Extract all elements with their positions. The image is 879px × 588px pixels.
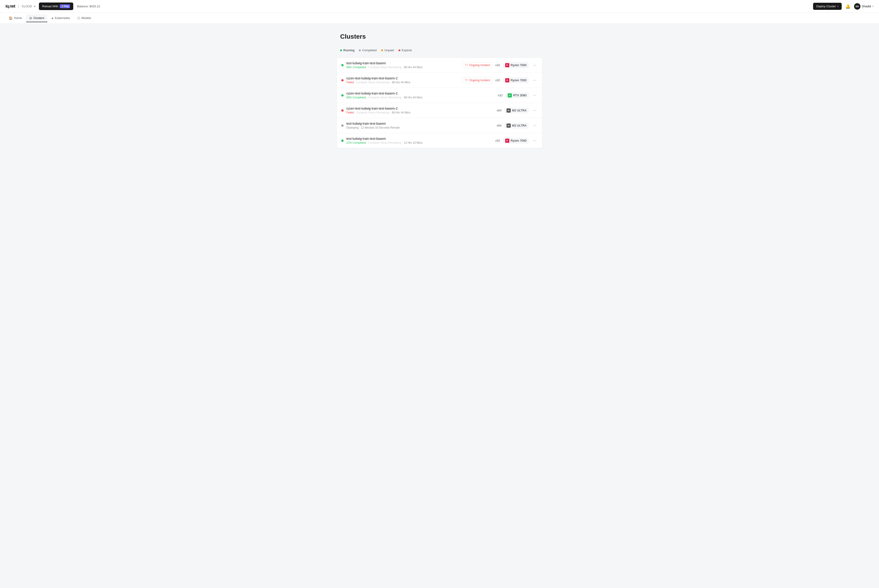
gpu-count: x64 (497, 124, 502, 127)
gpu-name: Ryzen 7000 (511, 139, 526, 142)
nav-label-clusters: Clusters (33, 16, 44, 20)
page-title: Clusters (337, 33, 542, 40)
cluster-info: ryzen-test-ludwig-train-test-basem-2 88%… (346, 92, 422, 99)
nav-label-models: Models (81, 16, 91, 20)
gpu-badge: M M2 ULTRA (504, 123, 529, 129)
gpu-count: x32 (495, 78, 500, 82)
cluster-name: ryzen-test-ludwig-train-test-basem-2 (346, 106, 410, 110)
filter-tabs: Running Completed Unpaid Expired (337, 48, 542, 53)
expired-dot (398, 50, 400, 51)
logo-icon: iq.net (6, 4, 15, 9)
incident-icon: 🛡 (465, 63, 468, 67)
cluster-right: x32 R Ryzen 7000 ··· (495, 137, 538, 144)
filter-label-completed: Completed (362, 48, 377, 52)
status-dot (341, 64, 344, 66)
cluster-info: test-ludwig-train-test-basem 88% Complet… (346, 62, 422, 69)
logo-chevron-icon[interactable]: ▾ (34, 5, 35, 8)
cluster-row[interactable]: test-ludwig-train-test-basem Deploying ·… (337, 118, 542, 133)
cluster-info: ryzen-test-ludwig-train-test-basem-2 Fai… (346, 106, 410, 114)
header-left: iq.net | CLOUD ▾ Reload With ⚡Pay Balanc… (6, 3, 100, 10)
nav-label-home: Home (14, 16, 22, 20)
unpaid-dot (381, 50, 383, 51)
gpu-name: Ryzen 7000 (511, 78, 526, 82)
kubernetes-icon: ⎈ (51, 16, 53, 20)
incident-label: Ongoing Incident (469, 64, 490, 67)
cluster-time: 68 Hrs 44 Mins (392, 111, 410, 114)
nav-item-models[interactable]: ⬡ Models (74, 14, 94, 22)
filter-tab-running[interactable]: Running (340, 48, 355, 53)
cluster-left: ryzen-test-ludwig-train-test-basem-2 88%… (341, 92, 422, 99)
gpu-badge: N RTX 3080 (505, 92, 529, 98)
cluster-right: 🛡 Ongoing Incident x32 R Ryzen 7000 ··· (463, 77, 538, 84)
cluster-meta: 88% Completed · Compute Hours Remaining … (346, 66, 422, 69)
user-menu[interactable]: SH Shadid ▾ (854, 3, 873, 10)
filter-tab-expired[interactable]: Expired (398, 48, 412, 53)
running-dot (340, 50, 342, 51)
gpu-logo-icon: R (505, 63, 509, 67)
nav-item-home[interactable]: 🏠 Home (6, 14, 25, 22)
deploy-chevron-icon: ▾ (837, 5, 838, 8)
main-content: Clusters Running Completed Unpaid Expire… (337, 24, 542, 158)
cluster-pct: 88% Completed (346, 96, 366, 99)
cluster-right: x32 N RTX 3080 ··· (498, 92, 538, 99)
cluster-meta: Failed · Compute Hours Remaining · 68 Hr… (346, 111, 410, 114)
reload-label: Reload With (42, 4, 59, 8)
cluster-row[interactable]: ryzen-test-ludwig-train-test-basem-2 Fai… (337, 73, 542, 88)
more-options-button[interactable]: ··· (532, 107, 538, 114)
gpu-name: M2 ULTRA (512, 109, 526, 112)
cluster-row[interactable]: test-ludwig-train-test-basem 22% Complet… (337, 133, 542, 148)
nav-item-kubernetes[interactable]: ⎈ Kubernetes (48, 14, 73, 22)
filter-tab-unpaid[interactable]: Unpaid (381, 48, 394, 53)
cluster-right: 🛡 Ongoing Incident x32 R Ryzen 7000 ··· (463, 62, 538, 68)
cluster-name: ryzen-test-ludwig-train-test-basem-2 (346, 92, 422, 95)
cluster-list: test-ludwig-train-test-basem 88% Complet… (337, 57, 542, 148)
cluster-meta: 22% Completed · Compute Hours Remaining … (346, 141, 422, 144)
gpu-badge: R Ryzen 7000 (503, 77, 529, 83)
gpu-name: RTX 3080 (513, 94, 526, 97)
more-options-button[interactable]: ··· (532, 137, 538, 144)
pay-badge: ⚡Pay (60, 4, 70, 8)
more-options-button[interactable]: ··· (532, 92, 538, 99)
cluster-info: ryzen-test-ludwig-train-test-basem-2 Fai… (346, 76, 410, 84)
cluster-row[interactable]: test-ludwig-train-test-basem 88% Complet… (337, 58, 542, 73)
gpu-logo-icon: N (508, 93, 512, 98)
incident-badge: 🛡 Ongoing Incident (463, 77, 493, 83)
status-dot (341, 94, 344, 96)
cluster-pct: 22% Completed (346, 141, 366, 144)
cluster-time: 12 Hrs 10 Mins (404, 141, 422, 144)
models-icon: ⬡ (77, 16, 80, 20)
deploy-cluster-button[interactable]: Deploy Cluster ▾ (813, 3, 841, 10)
status-dot (341, 124, 344, 127)
nav-label-kubernetes: Kubernetes (55, 16, 70, 20)
more-options-button[interactable]: ··· (532, 122, 538, 129)
user-name: Shadid (862, 4, 871, 8)
incident-icon: 🛡 (465, 78, 468, 82)
gpu-count: x32 (495, 139, 500, 142)
balance-display: Balance: $420.12 (77, 4, 100, 8)
balance-value: $420.12 (90, 4, 100, 8)
cluster-row[interactable]: ryzen-test-ludwig-train-test-basem-2 88%… (337, 88, 542, 103)
reload-button[interactable]: Reload With ⚡Pay (39, 3, 73, 10)
filter-tab-completed[interactable]: Completed (359, 48, 377, 53)
cluster-time: 68 Hrs 44 Mins (392, 81, 410, 84)
clusters-icon: ⊙ (29, 16, 32, 20)
nav-item-clusters[interactable]: ⊙ Clusters (26, 14, 48, 22)
home-icon: 🏠 (9, 16, 13, 20)
more-options-button[interactable]: ··· (532, 77, 538, 84)
cluster-left: test-ludwig-train-test-basem Deploying ·… (341, 122, 400, 129)
cluster-name: ryzen-test-ludwig-train-test-basem-2 (346, 76, 410, 80)
cluster-left: ryzen-test-ludwig-train-test-basem-2 Fai… (341, 106, 410, 114)
user-chevron-icon: ▾ (872, 5, 873, 8)
gpu-badge: R Ryzen 7000 (503, 138, 529, 144)
status-dot (341, 140, 344, 142)
notification-button[interactable]: 🔔 (844, 3, 851, 10)
more-options-button[interactable]: ··· (532, 62, 538, 68)
cluster-name: test-ludwig-train-test-basem (346, 137, 422, 141)
gpu-count: x32 (498, 94, 503, 97)
cluster-meta: 88% Completed · Compute Hours Remaining … (346, 96, 422, 99)
cluster-right: x64 M M2 ULTRA ··· (497, 107, 538, 114)
incident-badge: 🛡 Ongoing Incident (463, 62, 493, 68)
gpu-count: x64 (497, 109, 502, 112)
cluster-row[interactable]: ryzen-test-ludwig-train-test-basem-2 Fai… (337, 103, 542, 118)
cluster-time: 68 Hrs 44 Mins (404, 96, 422, 99)
